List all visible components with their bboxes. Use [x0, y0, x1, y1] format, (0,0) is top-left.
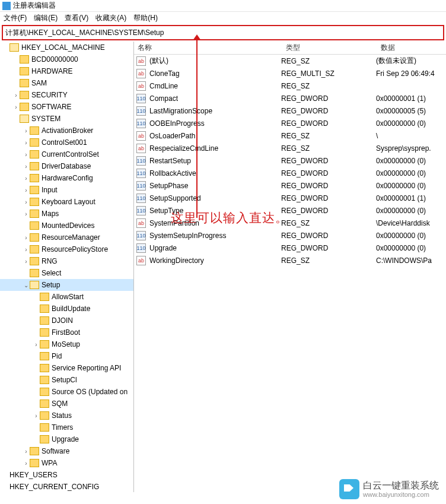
watermark-icon	[339, 479, 359, 499]
tree-label: SECURITY	[31, 91, 71, 99]
tree-item-hardwareconfig[interactable]: ›HardwareConfig	[0, 172, 133, 184]
tree-item-service-reporting-api[interactable]: Service Reporting API	[0, 362, 133, 374]
expand-toggle[interactable]: ›	[23, 128, 30, 134]
value-row[interactable]: 110SetupTypeREG_DWORD0x00000000 (0)	[134, 204, 446, 217]
tree-item-select[interactable]: Select	[0, 267, 133, 279]
expand-toggle[interactable]: ›	[23, 460, 30, 467]
expand-toggle[interactable]: ›	[23, 234, 30, 241]
value-row[interactable]: abOsLoaderPathREG_SZ\	[134, 129, 446, 142]
tree-item-setupcl[interactable]: SetupCl	[0, 374, 133, 386]
tree-item-buildupdate[interactable]: BuildUpdate	[0, 303, 133, 315]
value-row[interactable]: 110LastMigrationScopeREG_DWORD0x00000005…	[134, 104, 446, 117]
tree-item-controlset001[interactable]: ›ControlSet001	[0, 137, 133, 148]
tree-item-hkey-users[interactable]: HKEY_USERS	[0, 469, 133, 481]
tree-item-upgrade[interactable]: Upgrade	[0, 433, 133, 445]
tree-label: Pid	[52, 352, 65, 360]
value-row[interactable]: 110OOBEInProgressREG_DWORD0x00000000 (0)	[134, 117, 446, 129]
tree-item-system[interactable]: SYSTEM	[0, 113, 133, 125]
value-row[interactable]: abCmdLineREG_SZ	[134, 80, 446, 92]
tree-item-activationbroker[interactable]: ›ActivationBroker	[0, 125, 133, 137]
tree-item-rng[interactable]: ›RNG	[0, 255, 133, 267]
folder-icon	[40, 293, 49, 301]
tree-item-resourcepolicystore[interactable]: ›ResourcePolicyStore	[0, 243, 133, 255]
tree-item-hkey-local-machine[interactable]: HKEY_LOCAL_MACHINE	[0, 42, 133, 53]
tree-item-mosetup[interactable]: ›MoSetup	[0, 338, 133, 350]
address-text[interactable]: 计算机\HKEY_LOCAL_MACHINE\SYSTEM\Setup	[5, 28, 441, 38]
tree-item-security[interactable]: ›SECURITY	[0, 89, 133, 101]
tree-panel[interactable]: HKEY_LOCAL_MACHINEBCD00000000HARDWARESAM…	[0, 42, 134, 492]
value-row[interactable]: 110UpgradeREG_DWORD0x00000000 (0)	[134, 242, 446, 254]
menu-help[interactable]: 帮助(H)	[133, 13, 158, 23]
expand-toggle[interactable]: ›	[12, 104, 20, 110]
value-data: (数值未设置)	[376, 56, 446, 66]
value-row[interactable]: 110SetupPhaseREG_DWORD0x00000000 (0)	[134, 179, 446, 192]
tree-item-driverdatabase[interactable]: ›DriverDatabase	[0, 160, 133, 172]
tree-item-allowstart[interactable]: AllowStart	[0, 291, 133, 303]
value-row[interactable]: 110CompactREG_DWORD0x00000001 (1)	[134, 92, 446, 104]
value-row[interactable]: 110RollbackActiveREG_DWORD0x00000000 (0)	[134, 167, 446, 179]
list-body[interactable]: ab(默认)REG_SZ(数值未设置)abCloneTagREG_MULTI_S…	[134, 55, 446, 492]
value-row[interactable]: abCloneTagREG_MULTI_SZFri Sep 29 06:49:4	[134, 67, 446, 80]
col-type[interactable]: 类型	[282, 43, 377, 53]
expand-toggle[interactable]: ⌄	[23, 282, 30, 289]
expand-toggle[interactable]: ›	[33, 413, 40, 419]
tree-item-keyboard-layout[interactable]: ›Keyboard Layout	[0, 196, 133, 208]
tree-item-firstboot[interactable]: FirstBoot	[0, 327, 133, 338]
expand-toggle[interactable]: ›	[23, 151, 30, 158]
tree-label: ResourcePolicyStore	[42, 245, 112, 253]
address-bar[interactable]: 计算机\HKEY_LOCAL_MACHINE\SYSTEM\Setup	[2, 25, 444, 40]
tree-item-pid[interactable]: Pid	[0, 350, 133, 362]
tree-item-hkey-current-config[interactable]: HKEY_CURRENT_CONFIG	[0, 481, 133, 492]
menu-view[interactable]: 查看(V)	[65, 13, 88, 23]
expand-toggle[interactable]: ›	[33, 341, 40, 348]
tree-item-source-os-updated-on[interactable]: Source OS (Updated on	[0, 386, 133, 398]
tree-item-software[interactable]: ›SOFTWARE	[0, 101, 133, 113]
expand-toggle[interactable]: ›	[23, 140, 30, 146]
col-data[interactable]: 数据	[377, 43, 446, 53]
tree-label: DriverDatabase	[42, 162, 94, 170]
value-data: 0x00000000 (0)	[376, 119, 446, 128]
value-row[interactable]: 110SystemSetupInProgressREG_DWORD0x00000…	[134, 229, 446, 242]
titlebar: 注册表编辑器	[0, 0, 446, 12]
expand-toggle[interactable]: ›	[23, 199, 30, 205]
menu-edit[interactable]: 编辑(E)	[34, 13, 58, 23]
tree-item-input[interactable]: ›Input	[0, 184, 133, 196]
tree-item-hardware[interactable]: HARDWARE	[0, 65, 133, 77]
menu-favorites[interactable]: 收藏夹(A)	[95, 13, 126, 23]
tree-label: Source OS (Updated on	[52, 388, 131, 396]
tree-item-sam[interactable]: SAM	[0, 77, 133, 89]
expand-toggle[interactable]: ›	[23, 448, 30, 455]
tree-label: Input	[42, 186, 61, 194]
tree-item-maps[interactable]: ›Maps	[0, 208, 133, 220]
tree-item-setup[interactable]: ⌄Setup	[0, 279, 133, 291]
expand-toggle[interactable]: ›	[12, 92, 20, 99]
expand-toggle[interactable]: ›	[23, 163, 30, 170]
tree-item-mounteddevices[interactable]: MountedDevices	[0, 220, 133, 232]
tree-item-sqm[interactable]: SQM	[0, 398, 133, 410]
expand-toggle[interactable]: ›	[23, 175, 30, 182]
tree-item-wpa[interactable]: ›WPA	[0, 457, 133, 469]
value-row[interactable]: 110RestartSetupREG_DWORD0x00000000 (0)	[134, 154, 446, 167]
tree-item-software[interactable]: ›Software	[0, 445, 133, 457]
value-row[interactable]: 110SetupSupportedREG_DWORD0x00000001 (1)	[134, 192, 446, 204]
folder-icon	[40, 435, 49, 443]
tree-item-djoin[interactable]: DJOIN	[0, 315, 133, 327]
expand-toggle[interactable]: ›	[23, 211, 30, 217]
tree-item-timers[interactable]: Timers	[0, 421, 133, 433]
expand-toggle[interactable]: ›	[23, 187, 30, 194]
expand-toggle[interactable]: ›	[23, 258, 30, 265]
menu-file[interactable]: 文件(F)	[4, 13, 27, 23]
value-name: LastMigrationScope	[148, 107, 281, 115]
tree-item-bcd00000000[interactable]: BCD00000000	[0, 53, 133, 65]
value-row[interactable]: abSystemPartitionREG_SZ\Device\Harddisk	[134, 217, 446, 229]
expand-toggle[interactable]: ›	[23, 246, 30, 253]
folder-icon	[20, 55, 29, 64]
value-row[interactable]: abRespecializeCmdLineREG_SZSysprep\syspr…	[134, 142, 446, 154]
value-row[interactable]: ab(默认)REG_SZ(数值未设置)	[134, 55, 446, 67]
tree-item-currentcontrolset[interactable]: ›CurrentControlSet	[0, 148, 133, 160]
tree-item-status[interactable]: ›Status	[0, 410, 133, 421]
col-name[interactable]: 名称	[134, 43, 282, 53]
tree-item-resourcemanager[interactable]: ›ResourceManager	[0, 232, 133, 243]
value-row[interactable]: abWorkingDirectoryREG_SZC:\WINDOWS\Pa	[134, 254, 446, 267]
watermark-url: www.baiyunxitong.com	[363, 491, 439, 498]
